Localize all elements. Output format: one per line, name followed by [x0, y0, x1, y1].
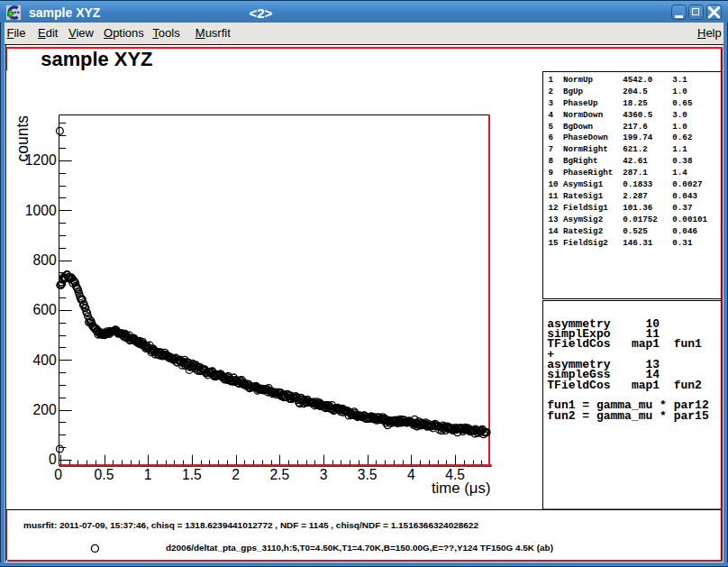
svg-text:1.5: 1.5 [182, 467, 202, 482]
svg-text:400: 400 [33, 352, 57, 368]
svg-text:TFieldCos map1 fun2: TFieldCos map1 fun2 [547, 379, 702, 392]
svg-text:3: 3 [320, 467, 328, 482]
svg-text:8 BgRight 42.61 0.38: 8 BgRight 42.61 0.38 [549, 156, 693, 166]
svg-text:600: 600 [33, 302, 57, 317]
svg-text:6 PhaseDown 199.74 0.62: 6 PhaseDown 199.74 0.62 [549, 133, 693, 142]
svg-text:time (μs): time (μs) [432, 480, 491, 497]
svg-text:1000: 1000 [25, 203, 57, 218]
svg-text:7 NormRight 621.2 1.1: 7 NormRight 621.2 1.1 [549, 144, 688, 154]
svg-text:0: 0 [49, 452, 57, 467]
svg-text:800: 800 [33, 252, 57, 268]
svg-text:12 FieldSig1 101.36 0.37: 12 FieldSig1 101.36 0.37 [549, 203, 693, 213]
svg-text:13 AsymSig2 0.01752 0.001: 13 AsymSig2 0.01752 0.00101 [549, 215, 708, 224]
svg-text:3 PhaseUp 18.25 0.65: 3 PhaseUp 18.25 0.65 [549, 98, 693, 108]
svg-text:10 AsymSig1 0.1833 0.002: 10 AsymSig1 0.1833 0.0027 [549, 179, 703, 189]
svg-text:14 RateSig2 0.525 0.046: 14 RateSig2 0.525 0.046 [549, 226, 697, 236]
svg-text:1 NormUp 4542.0 3.1: 1 NormUp 4542.0 3.1 [549, 75, 688, 85]
svg-text:3.5: 3.5 [358, 467, 378, 482]
svg-text:TFieldCos map1 fun1: TFieldCos map1 fun1 [547, 337, 702, 351]
svg-text:2.5: 2.5 [269, 467, 289, 482]
svg-text:9 PhaseRight 287.1 1.4: 9 PhaseRight 287.1 1.4 [549, 168, 688, 178]
svg-text:sample XYZ: sample XYZ [41, 48, 152, 70]
svg-text:0: 0 [54, 467, 62, 482]
svg-text:0.5: 0.5 [95, 467, 114, 482]
svg-text:musrfit: 2011-07-09, 15:37:46,: musrfit: 2011-07-09, 15:37:46, chisq = 1… [23, 520, 479, 530]
svg-text:counts: counts [14, 115, 32, 162]
svg-text:fun2 = gamma_mu * par15: fun2 = gamma_mu * par15 [547, 409, 709, 423]
svg-text:d2006/deltat_pta_gps_3110,h:5,: d2006/deltat_pta_gps_3110,h:5,T0=4.50K,T… [166, 543, 553, 553]
svg-text:4 NormDown 4360.5 3.0: 4 NormDown 4360.5 3.0 [549, 110, 687, 120]
svg-text:2 BgUp 204.5 1.0: 2 BgUp 204.5 1.0 [549, 87, 687, 96]
svg-text:4: 4 [407, 467, 415, 482]
svg-text:1: 1 [144, 467, 152, 482]
svg-text:5 BgDown 217.6 1.0: 5 BgDown 217.6 1.0 [549, 122, 687, 132]
svg-text:11 RateSig1 2.287 0.043: 11 RateSig1 2.287 0.043 [549, 191, 698, 201]
svg-text:2: 2 [232, 467, 240, 482]
svg-text:15 FieldSig2 146.31 0.31: 15 FieldSig2 146.31 0.31 [549, 238, 693, 248]
svg-text:200: 200 [33, 402, 57, 417]
